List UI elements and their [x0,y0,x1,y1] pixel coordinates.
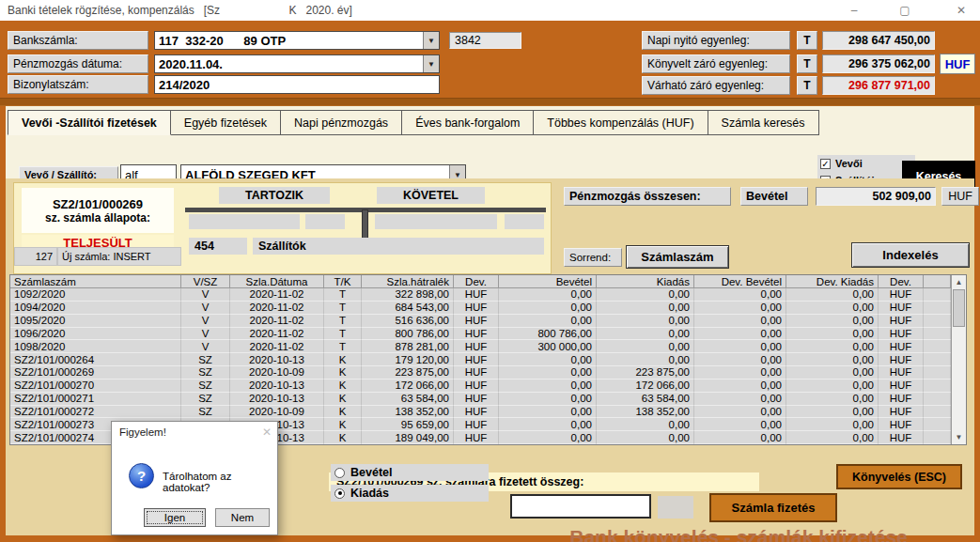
table-row[interactable]: SZ2/101/000269SZ2020-10-09K223 875,00HUF… [10,366,951,379]
cell-2-9: 0,00 [786,315,879,328]
close-button[interactable]: ✕ [945,0,977,21]
cell-0-8: 0,00 [694,288,786,302]
table-row[interactable]: 1098/2020V2020-11-02T878 281,00HUF300 00… [10,340,951,353]
chevron-down-icon[interactable]: ▼ [423,32,439,49]
cell-1-3: T [324,302,362,315]
table-row[interactable]: 1095/2020V2020-11-02T516 636,00HUF0,000,… [10,315,951,328]
expected-closing-balance-label: Várható záró egyenleg: [642,76,790,95]
radio-kiadás[interactable]: Kiadás [331,485,489,502]
indexing-button[interactable]: Indexelés [851,242,970,268]
vertical-scrollbar[interactable]: ▲ ▼ [951,275,966,444]
cell-2-10: HUF [879,315,924,328]
column-header-10[interactable]: Dev. [879,275,924,288]
tab-2[interactable]: Napi pénzmozgás [281,110,402,135]
currency-badge: HUF [940,54,975,74]
cell-4-0: 1098/2020 [10,340,181,353]
cell-filler [924,431,951,444]
table-row[interactable]: SZ2/101/000272SZ2020-10-09K138 352,00HUF… [10,406,951,419]
window-title: Banki tételek rögzítése, kompenzálás [Sz… [8,4,352,17]
cell-9-10: HUF [879,406,924,419]
cell-10-3: K [324,418,362,431]
radio-bevétel[interactable]: Bevétel [331,464,489,481]
dialog-close-icon[interactable]: ✕ [262,426,272,439]
maximize-button[interactable]: ▢ [889,0,921,21]
dialog-yes-button[interactable]: Igen [144,508,206,527]
cell-2-7: 0,00 [597,315,694,328]
column-header-2[interactable]: Szla.Dátuma [230,275,324,288]
table-row[interactable]: 1092/2020V2020-11-02T322 898,00HUF0,000,… [10,288,951,302]
cell-6-8: 0,00 [694,366,786,379]
cell-4-8: 0,00 [694,340,786,353]
table-row[interactable]: SZ2/101/000271SZ2020-10-13K63 584,00HUF0… [10,393,951,406]
cell-8-1: SZ [181,393,230,406]
radio-icon[interactable] [334,488,345,499]
cell-7-5: HUF [454,379,499,393]
expected-closing-balance-tk: T [797,76,817,95]
cell-filler [924,353,951,366]
filter-checkbox-0[interactable]: ✓Vevői [817,155,915,172]
voucher-number-input[interactable]: 214/2020 [154,75,440,94]
checkbox-icon[interactable]: ✓ [820,159,831,169]
invoice-table: SzámlaszámV/SZSzla.DátumaT/KSzla.hátralé… [9,274,967,445]
cell-5-3: K [324,353,362,366]
table-row[interactable]: 1096/2020V2020-11-02T800 786,00HUF800 78… [10,328,951,341]
cell-2-1: V [181,315,230,328]
movement-total-value: 502 909,00 [816,187,936,206]
tab-4[interactable]: Többes kompenzálás (HUF) [534,110,708,135]
bank-account-combo[interactable]: 117 332-20 89 OTP ▼ [154,31,440,50]
scrollbar-thumb[interactable] [953,289,965,327]
movement-total-label: Pénzmozgás összesen: [564,187,731,206]
credit-header: KÖVETEL [377,187,485,204]
movement-date-combo[interactable]: 2020.11.04. ▼ [154,54,440,73]
table-row[interactable]: 1094/2020V2020-11-02T684 543,00HUF0,000,… [10,302,951,315]
dialog-no-button[interactable]: Nem [215,508,270,527]
table-row[interactable]: SZ2/101/000270SZ2020-10-13K172 066,00HUF… [10,379,951,393]
cell-7-8: 0,00 [694,379,786,393]
cell-filler [924,315,951,328]
cell-6-7: 223 875,00 [597,366,694,379]
sort-by-invoice-button[interactable]: Számlaszám [626,245,729,269]
radio-icon[interactable] [334,468,345,478]
column-header-8[interactable]: Dev. Bevétel [694,275,786,288]
cell-0-7: 0,00 [597,288,694,302]
column-header-6[interactable]: Bevétel [499,275,597,288]
column-header-4[interactable]: Szla.hátralék [362,275,454,288]
column-header-3[interactable]: T/K [324,275,362,288]
tab-5[interactable]: Számla keresés [708,110,819,135]
column-header-1[interactable]: V/SZ [181,275,230,288]
column-header-0[interactable]: Számlaszám [10,275,181,288]
cell-0-4: 322 898,00 [362,288,454,302]
chevron-down-icon[interactable]: ▼ [423,55,439,72]
column-header-9[interactable]: Dev. Kiadás [786,275,879,288]
cell-1-6: 0,00 [499,302,597,315]
credit-aux-box [505,214,544,229]
column-header-5[interactable]: Dev. [454,275,499,288]
column-header-7[interactable]: Kiadás [597,275,694,288]
cell-9-5: HUF [454,406,499,419]
separator-band [0,98,980,106]
booking-esc-button[interactable]: Könyvelés (ESC) [836,464,962,489]
minimize-button[interactable]: – [838,0,870,21]
opening-balance-value: 298 647 450,00 [822,31,935,50]
cell-0-9: 0,00 [786,288,879,302]
payment-amount-input[interactable] [510,494,651,519]
scroll-up-icon[interactable]: ▲ [952,275,966,289]
cell-9-7: 138 352,00 [597,406,694,419]
scroll-down-icon[interactable]: ▼ [952,430,966,444]
invoice-table-main: SzámlaszámV/SZSzla.DátumaT/KSzla.hátralé… [10,275,951,444]
payment-amount-side-box [658,496,693,519]
cell-4-4: 878 281,00 [362,340,454,353]
tab-3[interactable]: Éves bank-forgalom [402,110,534,135]
cell-filler [924,328,951,341]
tab-1[interactable]: Egyéb fizetések [171,110,281,135]
debit-header: TARTOZIK [219,187,330,204]
cell-2-5: HUF [454,315,499,328]
tab-0[interactable]: Vevői -Szállítói fizetések [8,110,171,135]
cell-7-10: HUF [879,379,924,393]
pay-invoice-button[interactable]: Számla fizetés [709,493,837,522]
table-row[interactable]: SZ2/101/000264SZ2020-10-13K179 120,00HUF… [10,353,951,366]
scrollbar-track[interactable] [952,327,966,430]
cell-9-3: K [324,406,362,419]
title-bar: Banki tételek rögzítése, kompenzálás [Sz… [0,0,980,21]
cell-1-4: 684 543,00 [362,302,454,315]
